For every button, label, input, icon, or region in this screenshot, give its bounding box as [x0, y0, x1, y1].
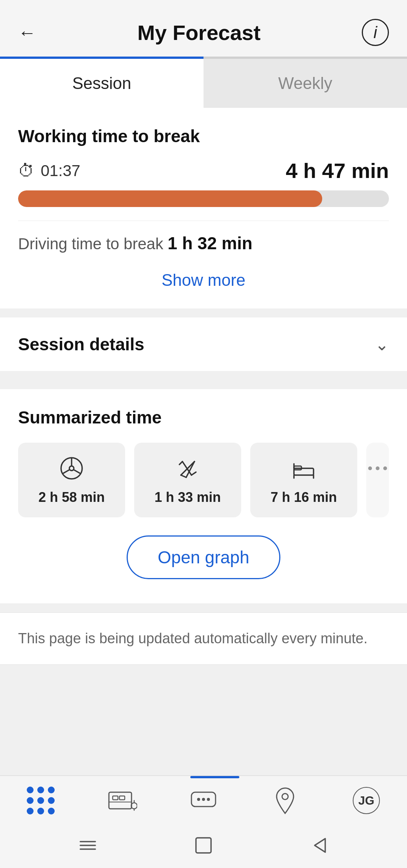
session-details-card[interactable]: Session details ⌄: [0, 317, 407, 371]
grid-dots: [27, 787, 55, 814]
svg-line-3: [63, 470, 70, 474]
bed-icon: [292, 456, 316, 480]
info-bar: This page is being updated automatically…: [0, 612, 407, 665]
current-time: ⏱ 01:37: [18, 161, 80, 180]
dot: [37, 787, 44, 793]
dot: [27, 797, 34, 804]
svg-rect-21: [113, 796, 118, 800]
tab-bar: Session Weekly: [0, 59, 407, 108]
profile-avatar: JG: [353, 787, 380, 814]
dot: [37, 797, 44, 804]
tab-session[interactable]: Session: [0, 59, 204, 108]
remaining-time: 4 h 47 min: [286, 158, 389, 183]
tile-driving: 2 h 58 min: [18, 443, 125, 517]
back-button[interactable]: ←: [18, 22, 36, 43]
steering-wheel-icon: [60, 456, 84, 480]
svg-point-18: [368, 466, 372, 470]
profile-icon: JG: [349, 787, 383, 814]
svg-rect-35: [196, 838, 211, 853]
working-time-progress-bar: [18, 190, 389, 207]
location-icon-nav: [268, 787, 302, 814]
header: ← My Forecast i: [0, 0, 407, 57]
working-time-title: Working time to break: [18, 126, 389, 146]
pin-icon: [273, 787, 297, 815]
dot: [27, 787, 34, 793]
hamburger-icon: [77, 838, 98, 853]
svg-point-17: [376, 466, 379, 470]
android-back-button[interactable]: [309, 835, 330, 856]
card-gap-2: [0, 371, 407, 380]
spacer: [0, 665, 407, 775]
tile-rest-value: 7 h 16 min: [271, 489, 337, 505]
dot: [48, 797, 55, 804]
time-row: ⏱ 01:37 4 h 47 min: [18, 158, 389, 183]
tab-weekly[interactable]: Weekly: [204, 59, 407, 108]
svg-line-11: [191, 472, 196, 475]
clock-icon: ⏱: [18, 161, 35, 180]
open-graph-button[interactable]: Open graph: [127, 535, 281, 579]
progress-bar-fill: [18, 190, 322, 207]
grid-icon: [24, 787, 58, 814]
svg-point-28: [197, 798, 200, 801]
svg-rect-22: [119, 796, 125, 800]
android-nav-bar: [0, 824, 407, 868]
summarized-time-title: Summarized time: [18, 407, 389, 428]
driving-time-row: Driving time to break 1 h 32 min: [18, 233, 389, 253]
svg-line-10: [179, 462, 182, 465]
dot: [48, 787, 55, 793]
speech-bubble-icon: [188, 789, 219, 812]
info-bar-text: This page is being updated automatically…: [18, 628, 389, 649]
tile-other: [366, 443, 389, 517]
nav-active-indicator: [190, 776, 239, 778]
svg-rect-20: [109, 792, 132, 809]
tools-icon: [176, 456, 200, 480]
tacho-icon: [107, 789, 137, 812]
time-tiles: 2 h 58 min 1 h 33 min: [18, 443, 389, 517]
chevron-down-icon: ⌄: [375, 335, 389, 354]
back-triangle-icon: [309, 835, 330, 856]
tile-work: 1 h 33 min: [134, 443, 241, 517]
android-menu-button[interactable]: [77, 838, 98, 853]
svg-point-29: [202, 798, 205, 801]
svg-marker-36: [315, 839, 325, 852]
info-button[interactable]: i: [362, 19, 389, 46]
svg-point-1: [69, 466, 74, 471]
current-time-value: 01:37: [41, 162, 80, 180]
nav-item-profile[interactable]: JG: [326, 787, 407, 814]
messages-icon: [187, 787, 220, 814]
dot: [27, 808, 34, 814]
other-icon: [366, 456, 389, 480]
nav-item-location[interactable]: [244, 787, 326, 814]
svg-point-19: [383, 466, 387, 470]
driving-time-value: 1 h 32 min: [168, 233, 252, 253]
square-icon: [193, 835, 214, 856]
activity-icon: [105, 787, 139, 814]
tile-rest: 7 h 16 min: [250, 443, 357, 517]
session-details-title: Session details: [18, 334, 144, 354]
nav-item-messages[interactable]: [163, 787, 244, 814]
dot: [37, 808, 44, 814]
svg-point-31: [282, 793, 288, 799]
svg-line-4: [73, 470, 81, 474]
summarized-time-card: Summarized time 2 h 58 min: [0, 389, 407, 603]
working-time-card: Working time to break ⏱ 01:37 4 h 47 min…: [0, 108, 407, 308]
nav-item-home[interactable]: [0, 787, 81, 814]
show-more-link[interactable]: Show more: [18, 267, 389, 293]
driving-time-label: Driving time to break: [18, 235, 163, 253]
nav-item-activity[interactable]: [81, 787, 163, 814]
android-home-button[interactable]: [193, 835, 214, 856]
divider: [18, 221, 389, 221]
bottom-nav: JG: [0, 775, 407, 824]
card-gap-1: [0, 308, 407, 317]
page-title: My Forecast: [138, 20, 261, 45]
dot: [48, 808, 55, 814]
bottom-nav-items: JG: [0, 778, 407, 824]
tile-driving-value: 2 h 58 min: [38, 489, 105, 505]
tile-work-value: 1 h 33 min: [155, 489, 221, 505]
svg-line-7: [181, 475, 186, 477]
svg-point-30: [207, 798, 210, 801]
